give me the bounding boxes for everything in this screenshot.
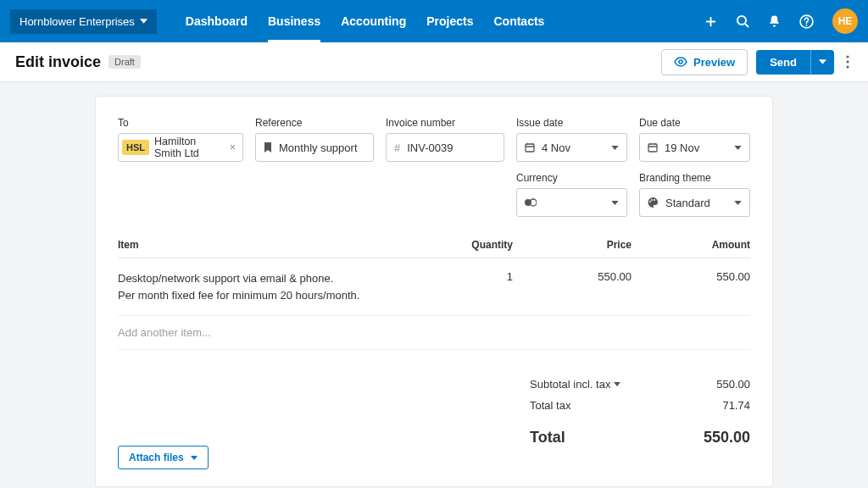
- caret-down-icon: [819, 59, 826, 64]
- nav-dashboard[interactable]: Dashboard: [175, 0, 258, 42]
- total-label: Total: [530, 429, 565, 446]
- due-date-input[interactable]: 19 Nov: [639, 133, 750, 162]
- line-item-row[interactable]: Desktop/network support via email & phon…: [118, 258, 750, 316]
- to-field: To HSL Hamilton Smith Ltd ×: [118, 117, 243, 162]
- reference-value: Monthly support: [279, 141, 365, 154]
- invoice-number-field: Invoice number # INV-0039: [386, 117, 504, 162]
- reference-label: Reference: [255, 117, 374, 129]
- invoice-card: To HSL Hamilton Smith Ltd × Reference Mo…: [95, 96, 773, 487]
- nav-accounting[interactable]: Accounting: [331, 0, 416, 42]
- caret-down-icon: [614, 382, 620, 386]
- avatar[interactable]: HE: [832, 8, 858, 34]
- svg-point-4: [846, 60, 849, 63]
- invoice-number-input[interactable]: # INV-0039: [386, 133, 504, 162]
- line-items: Item Quantity Price Amount Desktop/netwo…: [118, 239, 750, 350]
- reference-input[interactable]: Monthly support: [255, 133, 374, 162]
- bookmark-icon: [264, 142, 272, 152]
- plus-icon[interactable]: [704, 15, 717, 28]
- svg-point-5: [846, 65, 849, 68]
- currency-select[interactable]: [516, 188, 627, 217]
- main-nav: Dashboard Business Accounting Projects C…: [175, 0, 555, 42]
- calendar-icon: [648, 142, 658, 152]
- preview-button[interactable]: Preview: [661, 49, 748, 75]
- sub-actions: Preview Send: [661, 49, 853, 75]
- item-desc-line2: Per month fixed fee for minimum 20 hours…: [118, 287, 452, 304]
- branding-theme-select[interactable]: Standard: [639, 188, 750, 217]
- issue-date-input[interactable]: 4 Nov: [516, 133, 627, 162]
- branding-theme-value: Standard: [665, 197, 734, 209]
- totals: Subtotal incl. tax 550.00 Total tax 71.7…: [530, 374, 750, 451]
- help-icon[interactable]: [799, 14, 814, 29]
- send-button[interactable]: Send: [756, 50, 810, 75]
- issue-date-label: Issue date: [516, 117, 627, 129]
- due-date-field: Due date 19 Nov: [639, 117, 750, 162]
- nav-contacts[interactable]: Contacts: [483, 0, 554, 42]
- palette-icon: [648, 197, 659, 208]
- add-line-item[interactable]: Add another item...: [118, 316, 750, 350]
- status-badge: Draft: [108, 55, 141, 69]
- svg-point-2: [679, 60, 682, 64]
- topbar: Hornblower Enterprises Dashboard Busines…: [0, 0, 868, 42]
- send-dropdown[interactable]: [810, 50, 834, 75]
- bell-icon[interactable]: [768, 14, 781, 28]
- tax-label: Total tax: [530, 399, 570, 412]
- preview-label: Preview: [693, 56, 735, 69]
- invoice-number-label: Invoice number: [386, 117, 504, 129]
- caret-down-icon: [611, 201, 619, 205]
- subheader: Edit invoice Draft Preview Send: [0, 42, 868, 82]
- branding-theme-label: Branding theme: [639, 172, 750, 184]
- contact-chip: HSL: [122, 140, 149, 155]
- to-label: To: [118, 117, 243, 129]
- item-desc-line1: Desktop/network support via email & phon…: [118, 270, 452, 287]
- page-title: Edit invoice: [15, 53, 101, 71]
- invoice-number-value: INV-0039: [407, 141, 496, 154]
- header-amount: Amount: [632, 239, 750, 251]
- send-button-group: Send: [756, 50, 834, 75]
- currency-icon: [525, 198, 537, 207]
- org-selector[interactable]: Hornblower Enterprises: [10, 9, 157, 34]
- caret-down-icon: [734, 201, 742, 205]
- total-row: Total 550.00: [530, 424, 750, 451]
- search-icon[interactable]: [736, 14, 749, 28]
- caret-down-icon: [191, 456, 198, 460]
- svg-point-0: [737, 16, 746, 25]
- caret-down-icon: [140, 19, 147, 24]
- to-input[interactable]: HSL Hamilton Smith Ltd ×: [118, 133, 243, 162]
- issue-date-field: Issue date 4 Nov: [516, 117, 627, 162]
- subtotal-label-wrap[interactable]: Subtotal incl. tax: [530, 378, 620, 391]
- caret-down-icon: [611, 146, 619, 150]
- item-price: 550.00: [513, 270, 632, 303]
- fields-row-2: Currency Branding theme Standard: [118, 172, 750, 217]
- to-value: Hamilton Smith Ltd: [154, 136, 221, 159]
- subtotal-value: 550.00: [716, 378, 750, 391]
- fields-row-1: To HSL Hamilton Smith Ltd × Reference Mo…: [118, 117, 750, 162]
- tax-row: Total tax 71.74: [530, 395, 750, 416]
- org-name: Hornblower Enterprises: [19, 15, 135, 28]
- more-menu[interactable]: [843, 52, 853, 72]
- eye-icon: [674, 57, 687, 67]
- topbar-right: HE: [704, 8, 858, 34]
- svg-rect-6: [526, 144, 534, 152]
- calendar-icon: [525, 142, 535, 152]
- svg-rect-7: [648, 144, 657, 152]
- nav-projects[interactable]: Projects: [416, 0, 483, 42]
- branding-theme-field: Branding theme Standard: [639, 172, 750, 217]
- nav-business[interactable]: Business: [258, 0, 331, 42]
- item-description: Desktop/network support via email & phon…: [118, 270, 452, 303]
- header-quantity: Quantity: [452, 239, 513, 251]
- subtotal-row: Subtotal incl. tax 550.00: [530, 374, 750, 395]
- due-date-value: 19 Nov: [665, 141, 734, 154]
- attach-files-button[interactable]: Attach files: [118, 446, 209, 469]
- line-items-header: Item Quantity Price Amount: [118, 239, 750, 258]
- clear-contact-button[interactable]: ×: [226, 141, 239, 153]
- svg-point-3: [846, 55, 849, 58]
- total-value: 550.00: [704, 429, 750, 446]
- due-date-label: Due date: [639, 117, 750, 129]
- attach-label: Attach files: [129, 452, 184, 463]
- caret-down-icon: [734, 146, 742, 150]
- header-item: Item: [118, 239, 452, 251]
- hash-icon: #: [394, 141, 400, 154]
- currency-field: Currency: [516, 172, 627, 217]
- item-amount: 550.00: [632, 270, 750, 303]
- subtotal-label: Subtotal incl. tax: [530, 378, 610, 391]
